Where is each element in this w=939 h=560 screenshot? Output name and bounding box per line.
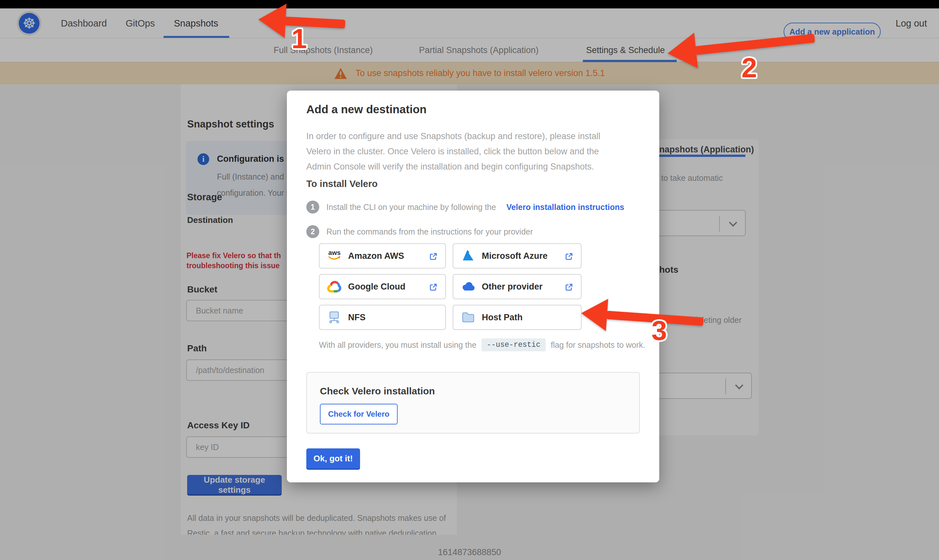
arrow-head-icon bbox=[257, 2, 286, 38]
external-link-icon bbox=[429, 252, 438, 262]
add-destination-modal: Add a new destination In order to config… bbox=[287, 91, 659, 482]
check-for-velero-button[interactable]: Check for Velero bbox=[320, 404, 398, 425]
install-step-1: 1 Install the CLI on your machine by fol… bbox=[306, 201, 624, 214]
provider-label: NFS bbox=[348, 312, 365, 323]
google-cloud-logo bbox=[327, 279, 342, 294]
velero-instructions-link[interactable]: Velero installation instructions bbox=[506, 203, 624, 212]
annotation-number-3: 3 bbox=[651, 314, 667, 346]
modal-intro-line3: Admin Console will verify the installati… bbox=[306, 159, 600, 174]
provider-label: Microsoft Azure bbox=[482, 251, 547, 261]
arrow-head-icon bbox=[580, 297, 608, 331]
provider-button-nfs[interactable]: NFS bbox=[319, 305, 446, 330]
modal-intro-line2: Velero in the cluster. Once Velero is in… bbox=[306, 144, 600, 159]
admin-console-screen: ☸ Dashboard GitOps Snapshots Add a new a… bbox=[0, 0, 939, 560]
provider-button-microsoft-azure[interactable]: Microsoft Azure bbox=[453, 243, 581, 269]
external-link-icon bbox=[564, 252, 574, 262]
cloud-icon bbox=[460, 279, 476, 294]
check-velero-heading: Check Velero installation bbox=[320, 386, 435, 397]
check-velero-section: Check Velero installation Check for Vele… bbox=[306, 372, 640, 434]
folder-icon bbox=[460, 309, 476, 325]
restic-note-prefix: With all providers, you must install usi… bbox=[319, 340, 476, 350]
provider-button-google-cloud[interactable]: Google Cloud bbox=[319, 274, 446, 299]
external-link-icon bbox=[429, 282, 438, 292]
provider-button-grid: aws Amazon AWS Microsoft Azure bbox=[319, 243, 581, 330]
modal-title: Add a new destination bbox=[306, 103, 426, 116]
restic-note: With all providers, you must install usi… bbox=[319, 338, 645, 351]
provider-button-other-provider[interactable]: Other provider bbox=[453, 274, 581, 299]
provider-label: Host Path bbox=[482, 312, 523, 323]
restic-flag-chip: --use-restic bbox=[481, 338, 546, 351]
svg-text:aws: aws bbox=[328, 249, 341, 256]
restic-note-suffix: flag for snapshots to work. bbox=[551, 340, 645, 350]
install-velero-heading: To install Velero bbox=[306, 178, 378, 189]
install-step-2: 2 Run the commands from the instructions… bbox=[306, 225, 533, 238]
modal-intro-line1: In order to configure and use Snapshots … bbox=[306, 129, 600, 144]
external-link-icon bbox=[564, 282, 574, 292]
provider-label: Other provider bbox=[482, 282, 543, 292]
aws-logo: aws bbox=[327, 248, 342, 264]
provider-label: Google Cloud bbox=[348, 282, 406, 292]
azure-logo bbox=[460, 248, 476, 264]
annotation-number-2: 2 bbox=[742, 52, 757, 84]
step-2-badge: 2 bbox=[306, 225, 319, 238]
provider-button-amazon-aws[interactable]: aws Amazon AWS bbox=[319, 243, 446, 269]
modal-intro-text: In order to configure and use Snapshots … bbox=[306, 129, 600, 174]
nfs-network-folder-icon bbox=[327, 309, 342, 325]
arrow-head-icon bbox=[666, 33, 698, 71]
ok-got-it-button[interactable]: Ok, got it! bbox=[306, 448, 360, 468]
annotation-number-1: 1 bbox=[291, 23, 307, 55]
step-1-text: Install the CLI on your machine by follo… bbox=[326, 203, 496, 212]
step-1-badge: 1 bbox=[306, 201, 319, 214]
provider-label: Amazon AWS bbox=[348, 251, 404, 261]
provider-button-host-path[interactable]: Host Path bbox=[453, 305, 581, 330]
step-2-text: Run the commands from the instructions f… bbox=[326, 227, 533, 237]
